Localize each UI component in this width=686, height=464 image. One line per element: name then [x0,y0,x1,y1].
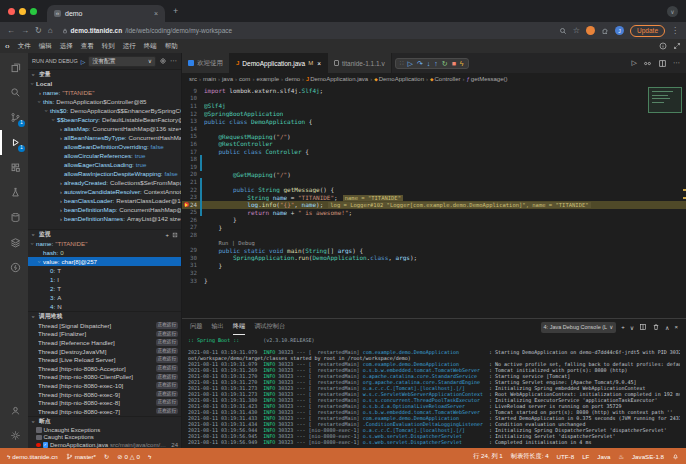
panel-tab[interactable]: 调试控制台 [254,319,285,335]
call-stack-section-header[interactable]: ›调用堆栈 [28,312,181,321]
update-button[interactable]: Update [630,25,665,37]
drag-handle-icon[interactable]: ∷ [400,60,404,66]
breakpoints-section-header[interactable]: ›断点 [28,417,181,426]
continue-icon[interactable]: ▷ [407,60,412,67]
panel-tab[interactable]: 输出 [211,319,223,335]
sidebar-item-source-control[interactable]: 1 [0,105,28,130]
step-into-icon[interactable]: ↓ [427,60,431,67]
minimize-window-icon[interactable] [19,8,26,15]
codelens-line[interactable]: Run | Debug [182,239,686,247]
home-button[interactable]: ⌂ [48,27,53,35]
remote-indicator[interactable]: ϟdemo.titanide.cn [7,453,58,460]
code-line[interactable]: 10 [182,95,686,103]
breadcrumb-item[interactable]: ◆Controller [430,76,460,82]
code-line[interactable]: 16 @RestController [182,140,686,148]
thread-row[interactable]: Thread [http-nio-8080-exec-10]正在运行 [28,381,181,390]
code-line[interactable]: 15 @RequestMapping("/") [182,133,686,141]
codelens-run-debug[interactable]: Run | Debug [218,240,254,246]
watch-row[interactable]: 3:A [28,293,181,302]
terminal-picker-chevron-icon[interactable]: ∨ [630,324,634,331]
eol-setting[interactable]: LF [582,453,589,460]
sidebar-item-live[interactable] [0,255,28,280]
step-out-icon[interactable]: ↑ [434,60,438,67]
variable-row[interactable]: ›autowireCandidateResolver:ContextAnnota… [28,187,181,196]
code-line[interactable]: 14 [182,125,686,133]
notifications-bell-icon[interactable] [672,453,679,460]
collapse-all-icon[interactable] [172,232,178,238]
tab-search-icon[interactable]: ∨ [667,6,678,17]
variable-row[interactable]: ›alreadyCreated:Collections$SetFromMap@1… [28,178,181,187]
browser-tab[interactable]: ‹› demo × [47,5,165,22]
sidebar-item-layers[interactable] [0,230,28,255]
close-tab-icon[interactable]: × [154,10,158,17]
thread-row[interactable]: Thread [Live Reload Server]正在运行 [28,355,181,364]
code-line[interactable]: 18 [182,155,686,163]
settings-button[interactable] [0,423,28,448]
code-line[interactable]: 24 log.info("{}", name);log = Logger#102… [182,201,686,209]
hot-code-replace-icon[interactable]: ϟ [460,60,464,67]
add-watch-icon[interactable]: + [166,232,169,238]
watch-row[interactable]: 0:T [28,266,181,275]
code-line[interactable]: 23 String name = "TITANIDE";name = "TITA… [182,193,686,201]
maximize-window-icon[interactable] [30,8,37,15]
run-file-icon[interactable]: ▷ [632,59,637,67]
extensions-puzzle-icon[interactable] [601,27,609,35]
back-button[interactable]: ← [7,27,15,35]
sidebar-item-test[interactable] [0,180,28,205]
bookmark-star-icon[interactable]: ☆ [573,27,580,35]
watch-section-header[interactable]: ›监视 + [28,230,181,239]
thread-row[interactable]: Thread [http-nio-8080-Acceptor]正在运行 [28,364,181,373]
code-line[interactable]: 31 } [182,262,686,270]
thread-row[interactable]: Thread [http-nio-8080-exec-9]正在运行 [28,390,181,399]
breadcrumb-item[interactable]: ◆DemoApplication [374,76,424,82]
thread-row[interactable]: Thread [Reference Handler]正在运行 [28,338,181,347]
new-terminal-icon[interactable]: + [621,324,625,330]
variable-row[interactable]: ›this$0:DemoApplication$$EnhancerBySprin… [28,106,181,115]
code-line[interactable]: 9import lombok.extern.slf4j.Slf4j; [182,87,686,95]
variable-row[interactable]: ›aliasMap:ConcurrentHashMap@136 size=1 [28,124,181,133]
code-line[interactable]: 29 public static void main(String[] args… [182,246,686,254]
code-line[interactable]: 19 [182,163,686,171]
breakpoint-current-line-icon[interactable] [184,202,189,207]
variable-row[interactable]: ›allBeanNamesByType:ConcurrentHashMap@13… [28,133,181,142]
code-line[interactable]: 17 public class Controller { [182,148,686,156]
code-editor[interactable]: 9import lombok.extern.slf4j.Slf4j;1011@S… [182,85,686,318]
sidebar-item-explorer[interactable] [0,55,28,80]
watch-row[interactable]: hash:0 [28,248,181,257]
debug-settings-gear-icon[interactable] [159,57,167,65]
address-bar[interactable]: demo.titanide.cn/ide/web/coding/demo/my-… [62,27,233,34]
new-tab-button[interactable]: + [173,0,178,22]
variable-row[interactable]: ›beanClassLoader:RestartClassLoader@140 [28,196,181,205]
menu-item[interactable]: 终端 [140,42,161,51]
sidebar-more-icon[interactable]: ⋯ [170,57,177,65]
sync-button[interactable]: ↻ [104,453,109,460]
zoom-icon[interactable] [559,27,567,35]
code-line[interactable]: 33} [182,277,686,285]
breakpoint-row[interactable]: ✓DemoApplication.javasrc/main/java/com/e… [28,441,181,448]
git-branch-item[interactable]: master* [66,453,96,460]
code-line[interactable]: 20 @GetMapping("/") [182,171,686,179]
restart-icon[interactable]: ↻ [442,60,448,67]
sidebar-item-extensions[interactable] [0,155,28,180]
language-mode[interactable]: Java [597,453,610,460]
extension-avatar-icon[interactable] [586,26,595,35]
code-line[interactable]: 25 return name + " is awesome!"; [182,209,686,217]
close-panel-icon[interactable]: × [674,324,678,330]
menu-item[interactable]: 文件 [14,42,35,51]
thread-row[interactable]: Thread [http-nio-8080-ClientPoller]正在运行 [28,373,181,382]
variable-row[interactable]: allowCircularReferences:true [28,151,181,160]
terminal-console[interactable]: :: Spring Boot :: (v2.3.10.RELEASE) 2021… [182,335,686,448]
menu-item[interactable]: 运行 [119,42,140,51]
variables-section-header[interactable]: ›变量 [28,70,181,79]
menu-item[interactable]: 帮助 [161,42,182,51]
breakpoint-checkbox[interactable] [36,435,42,441]
variable-row[interactable]: ›name:"TITANIDE" [28,88,181,97]
watch-row[interactable]: 4:N [28,302,181,311]
reload-button[interactable]: ↻ [35,27,42,35]
split-editor-icon[interactable] [658,59,667,68]
panel-tab[interactable]: 问题 [190,319,202,335]
code-line[interactable]: 22 public String getMessage() { [182,186,686,194]
browser-menu-icon[interactable]: ⋮ [671,27,679,35]
menu-item[interactable]: 编辑 [35,42,56,51]
sidebar-item-run-debug[interactable]: 1 [0,130,28,155]
